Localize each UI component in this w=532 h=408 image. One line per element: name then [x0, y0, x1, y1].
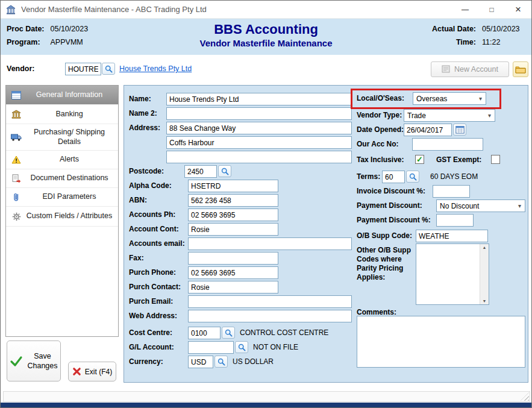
folder-icon	[515, 65, 526, 74]
ob-supp-code-input[interactable]	[416, 230, 488, 242]
vendor-name-link[interactable]: House Trends Pty Ltd	[119, 64, 192, 73]
invoice-discount-input[interactable]	[433, 185, 470, 198]
address-line2-input[interactable]	[166, 136, 352, 149]
currency-desc: US DOLLAR	[233, 356, 274, 368]
scroll-up-icon[interactable]: ▲	[483, 245, 487, 250]
save-changes-button[interactable]: Save Changes	[7, 341, 61, 381]
name2-label: Name 2:	[129, 107, 157, 120]
red-x-icon	[72, 367, 81, 376]
currency-label: Currency:	[129, 356, 163, 368]
date-picker-button[interactable]	[453, 124, 466, 136]
vendor-lookup-button[interactable]	[102, 63, 115, 75]
sidebar-item-label: Alerts	[23, 155, 115, 165]
name2-input[interactable]	[166, 107, 352, 120]
check-icon	[10, 354, 23, 368]
payment-discount-value: No Discount	[440, 202, 479, 210]
vendor-label: Vendor:	[7, 64, 35, 73]
program-value: APPVMM	[51, 38, 89, 46]
general-information-panel: Name: Name 2: Address: Postcode: Alpha C…	[124, 85, 528, 383]
invoice-discount-label: Invoice Discount %:	[357, 185, 425, 198]
web-address-input[interactable]	[188, 310, 352, 322]
account-cont-label: Account Cont:	[129, 223, 179, 236]
payment-discount-pct-input[interactable]	[436, 214, 474, 227]
tax-inclusive-checkbox[interactable]: ✓	[415, 155, 424, 164]
alpha-code-input[interactable]	[188, 180, 278, 192]
terms-label: Terms:	[357, 171, 380, 183]
local-oseas-select[interactable]: Overseas ▾	[413, 92, 486, 105]
address-line1-input[interactable]	[166, 122, 352, 134]
sidebar-item-label: General Information	[23, 90, 115, 100]
terms-input[interactable]	[382, 171, 405, 183]
sidebar-nav: General Information Banking Purchasing/ …	[5, 85, 119, 337]
fax-label: Fax:	[129, 252, 144, 265]
maximize-button[interactable]: □	[478, 1, 505, 19]
cost-centre-label: Cost Centre:	[129, 327, 172, 339]
account-cont-input[interactable]	[188, 223, 278, 236]
vendor-code-input[interactable]	[65, 63, 101, 75]
date-opened-label: Date Opened:	[357, 124, 404, 136]
vendor-type-select[interactable]: Trade ▾	[404, 109, 495, 122]
cost-centre-lookup-button[interactable]	[222, 327, 235, 339]
gear-icon	[9, 212, 23, 221]
fax-input[interactable]	[188, 252, 278, 265]
open-folder-button[interactable]	[513, 61, 528, 77]
app-window: Vendor Masterfile Maintenance - ABC Trad…	[0, 0, 532, 408]
gst-exempt-checkbox[interactable]	[491, 155, 500, 164]
payment-discount-label: Payment Discount:	[357, 199, 422, 212]
sidebar-item-general-information[interactable]: General Information	[6, 86, 118, 105]
payment-discount-pct-label: Payment Discount %:	[357, 214, 431, 227]
minimize-button[interactable]: —	[452, 1, 478, 19]
postcode-lookup-button[interactable]	[218, 165, 231, 177]
paperclip-icon	[9, 192, 23, 202]
save-changes-label: Save Changes	[27, 351, 57, 371]
sidebar-item-custom-fields[interactable]: Custom Fields / Attributes	[6, 207, 118, 227]
name-input[interactable]	[166, 93, 352, 105]
new-account-button[interactable]: New Account	[431, 61, 509, 77]
sidebar-item-edi-parameters[interactable]: EDI Parameters	[6, 188, 118, 207]
document-icon	[9, 174, 23, 183]
sidebar-item-alerts[interactable]: Alerts	[6, 151, 118, 169]
date-opened-input[interactable]	[404, 124, 452, 136]
our-acc-no-input[interactable]	[412, 138, 483, 151]
cost-centre-input[interactable]	[188, 327, 221, 339]
gl-account-desc: NOT ON FILE	[253, 341, 298, 354]
vendor-type-label: Vendor Type:	[357, 109, 402, 122]
close-button[interactable]: ×	[505, 1, 531, 19]
exit-button[interactable]: Exit (F4)	[68, 362, 116, 381]
listbox-scrollbar[interactable]: ▲ ▼	[480, 244, 489, 304]
terms-lookup-button[interactable]	[406, 171, 419, 183]
postcode-label: Postcode:	[129, 165, 164, 178]
purch-phone-input[interactable]	[188, 266, 278, 279]
accounts-ph-input[interactable]	[188, 209, 278, 221]
general-info-icon	[9, 91, 23, 99]
comments-input[interactable]	[357, 316, 525, 368]
currency-lookup-button[interactable]	[214, 356, 228, 368]
bank-app-icon	[5, 5, 16, 14]
purch-email-label: Purch Email:	[129, 295, 173, 308]
purch-email-input[interactable]	[188, 295, 352, 308]
vendor-type-value: Trade	[407, 111, 426, 120]
warning-icon	[9, 155, 23, 164]
abn-input[interactable]	[188, 194, 278, 207]
gl-account-input[interactable]	[188, 341, 234, 354]
sidebar-item-label: Banking	[23, 110, 115, 119]
accounts-email-input[interactable]	[188, 237, 352, 250]
cost-centre-desc: CONTROL COST CENTRE	[240, 327, 328, 339]
app-icon	[5, 5, 16, 14]
name-label: Name:	[129, 93, 151, 105]
magnifier-icon	[225, 329, 233, 337]
scroll-down-icon[interactable]: ▼	[483, 299, 487, 303]
payment-discount-select[interactable]: No Discount ▾	[436, 199, 525, 212]
sidebar-item-purchasing-shipping[interactable]: Purchasing/ Shipping Details	[6, 124, 118, 151]
sidebar-item-banking[interactable]: Banking	[6, 105, 118, 124]
local-oseas-value: Overseas	[416, 95, 447, 103]
currency-input[interactable]	[188, 356, 213, 368]
address-line3-input[interactable]	[166, 151, 352, 163]
other-ob-codes-listbox[interactable]: ▲ ▼	[416, 243, 489, 305]
sidebar-item-label: EDI Parameters	[23, 192, 115, 202]
purch-contact-input[interactable]	[188, 281, 278, 293]
gl-account-lookup-button[interactable]	[235, 341, 248, 353]
sidebar-item-document-destinations[interactable]: Document Destinations	[6, 169, 118, 188]
header: Proc Date: 05/10/2023 Program: APPVMM BB…	[1, 19, 531, 55]
postcode-input[interactable]	[184, 165, 217, 178]
